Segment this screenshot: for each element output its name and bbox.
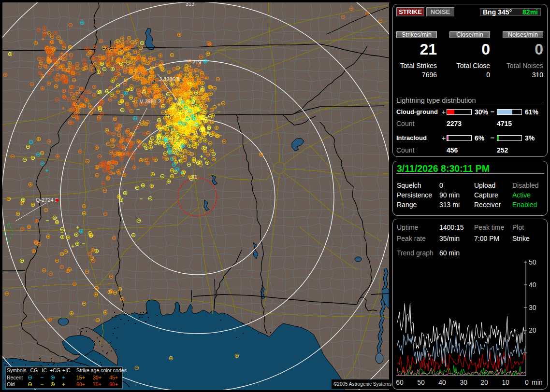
svg-text:30: 30 <box>460 378 467 386</box>
svg-text:30: 30 <box>529 304 536 311</box>
svg-text:0: 0 <box>525 378 529 386</box>
svg-text:50: 50 <box>529 258 536 266</box>
svg-text:40: 40 <box>529 281 536 289</box>
svg-text:20: 20 <box>529 326 536 334</box>
svg-text:50: 50 <box>417 378 425 386</box>
svg-text:60: 60 <box>396 378 404 386</box>
svg-text:20: 20 <box>480 378 488 386</box>
svg-text:40: 40 <box>438 378 446 386</box>
svg-text:10: 10 <box>502 378 509 386</box>
svg-text:min: min <box>532 378 543 386</box>
